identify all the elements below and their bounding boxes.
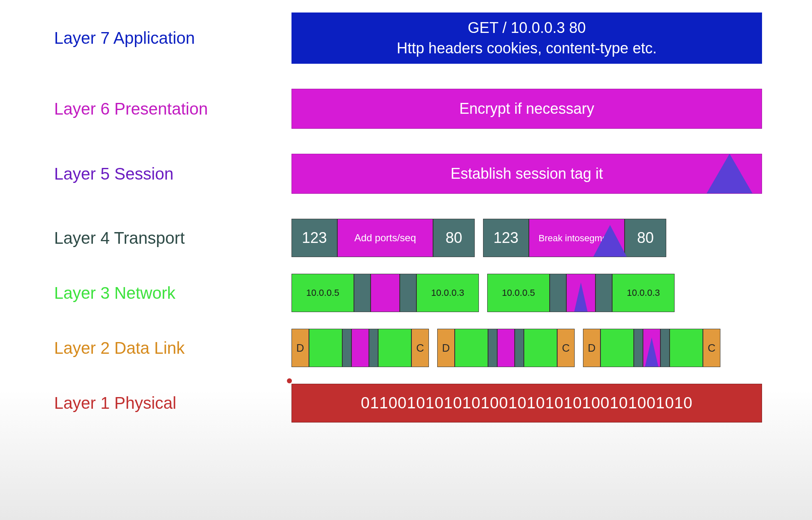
frame-triangle-icon [645,338,658,367]
frame-a: D C [291,329,429,367]
frC-payload [643,329,660,367]
pktB-payload [566,274,595,312]
pktA-dst-ip: 10.0.0.3 [416,274,479,312]
packet-b: 10.0.0.5 10.0.0.3 [487,274,675,312]
pktA-payload [371,274,400,312]
row-layer5: Layer 5 Session Establish session tag it [54,154,762,194]
label-layer7: Layer 7 Application [54,29,291,48]
app-line1: GET / 10.0.0.3 80 [468,19,586,36]
box-session: Establish session tag it [291,154,762,194]
segB-dst-port: 80 [625,219,666,257]
frA-c: C [411,329,429,367]
segA-src-port: 123 [291,219,337,257]
label-layer5: Layer 5 Session [54,165,291,183]
osi-diagram: Layer 7 Application GET / 10.0.0.3 80 Ht… [54,12,762,422]
row-layer4: Layer 4 Transport 123 Add ports/seq 80 1… [54,219,762,257]
segB-mid-line1: Break into [538,233,580,243]
row-layer6: Layer 6 Presentation Encrypt if necessar… [54,89,762,129]
label-layer4: Layer 4 Transport [54,229,291,248]
segA-mid: Add ports/seq [337,219,433,257]
box-physical: 011001010101010010101010100101001010 [291,384,762,422]
frA-port-right [369,329,378,367]
segB-mid: Break into segment [529,219,625,257]
frB-d: D [437,329,455,367]
pktB-port-right [595,274,612,312]
label-layer6: Layer 6 Presentation [54,100,291,118]
segment-a: 123 Add ports/seq 80 [291,219,475,257]
segA-dst-port: 80 [433,219,475,257]
label-layer3: Layer 3 Network [54,284,291,302]
frB-ip-right [524,329,557,367]
presentation-text: Encrypt if necessary [459,100,594,117]
pktB-port-left [550,274,566,312]
frB-port-right [515,329,524,367]
box-application: GET / 10.0.0.3 80 Http headers cookies, … [291,12,762,64]
physical-bits: 011001010101010010101010100101001010 [361,394,693,412]
session-triangle-icon [707,154,752,193]
frB-payload [497,329,515,367]
pktA-src-ip: 10.0.0.5 [291,274,354,312]
frC-d: D [583,329,600,367]
segB-src-port: 123 [483,219,529,257]
frC-port-left [634,329,643,367]
frC-port-right [660,329,670,367]
frC-ip-right [670,329,703,367]
row-layer7: Layer 7 Application GET / 10.0.0.3 80 Ht… [54,12,762,64]
session-text: Establish session tag it [451,165,603,182]
label-layer2: Layer 2 Data Link [54,339,291,358]
row-layer3: Layer 3 Network 10.0.0.5 10.0.0.3 10.0.0… [54,274,762,312]
frA-ip-left [309,329,342,367]
frA-payload [351,329,369,367]
frC-ip-left [600,329,634,367]
segment-triangle-icon [593,225,627,257]
frA-d: D [291,329,309,367]
frA-port-left [342,329,351,367]
pktA-port-right [400,274,416,312]
row-layer2: Layer 2 Data Link D C D C D [54,329,762,367]
row-layer1: Layer 1 Physical 01100101010101001010101… [54,384,762,422]
frame-b: D C [437,329,575,367]
packet-a: 10.0.0.5 10.0.0.3 [291,274,479,312]
frC-c: C [703,329,720,367]
box-presentation: Encrypt if necessary [291,89,762,129]
frame-c: D C [583,329,720,367]
frB-port-left [488,329,497,367]
packet-triangle-icon [574,282,588,312]
pktA-port-left [354,274,371,312]
pktB-dst-ip: 10.0.0.3 [612,274,675,312]
frB-c: C [557,329,575,367]
physical-dot-icon [287,378,292,383]
label-layer1: Layer 1 Physical [54,394,291,412]
frA-ip-right [378,329,411,367]
pktB-src-ip: 10.0.0.5 [487,274,550,312]
app-line2: Http headers cookies, content-type etc. [397,40,657,57]
frB-ip-left [455,329,488,367]
segment-b: 123 Break into segment 80 [483,219,666,257]
